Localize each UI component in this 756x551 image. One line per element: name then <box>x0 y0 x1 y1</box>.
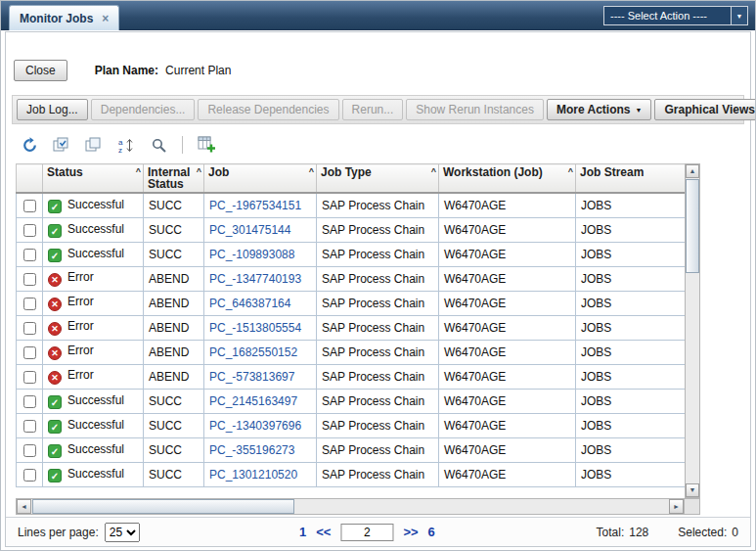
totals: Total: 128 Selected: 0 <box>597 526 738 539</box>
sort-icon[interactable]: az <box>114 133 138 157</box>
job-cell: PC_301475144 <box>204 217 317 242</box>
row-checkbox[interactable] <box>23 395 36 408</box>
job-stream-cell: JOBS <box>576 437 686 462</box>
workstation-cell: W6470AGE <box>439 437 576 462</box>
job-stream-cell: JOBS <box>576 315 686 340</box>
workstation-cell: W6470AGE <box>439 364 576 389</box>
horizontal-scroll-row: ◄ ► <box>16 498 700 515</box>
chevron-down-icon: ▼ <box>731 7 747 24</box>
current-page-input[interactable] <box>340 524 393 541</box>
horizontal-scroll-thumb[interactable] <box>32 499 294 514</box>
job-cell: PC_-573813697 <box>204 364 317 389</box>
close-button[interactable]: Close <box>14 60 67 81</box>
column-header-job-type[interactable]: Job Type^ <box>317 164 439 194</box>
deselect-all-icon[interactable] <box>82 133 106 157</box>
job-stream-cell: JOBS <box>576 242 686 266</box>
job-link[interactable]: PC_-1513805554 <box>209 321 301 335</box>
job-link[interactable]: PC_-109893088 <box>209 248 294 261</box>
status-cell: ✓Successful <box>43 462 144 486</box>
table-row: ✕ErrorABENDPC_-1513805554SAP Process Cha… <box>17 315 686 340</box>
job-link[interactable]: PC_-355196273 <box>209 443 294 457</box>
page-first-link[interactable]: 1 <box>299 525 306 539</box>
job-link[interactable]: PC_2145163497 <box>209 394 297 408</box>
monitor-jobs-window: Monitor Jobs × ---- Select Action ---- ▼… <box>0 0 756 551</box>
row-checkbox[interactable] <box>23 273 36 286</box>
internal-status-cell: ABEND <box>144 266 204 291</box>
action-toolbar: Job Log...Dependencies...Release Depende… <box>12 95 744 124</box>
table-row: ✓SuccessfulSUCCPC_-355196273SAP Process … <box>17 437 686 462</box>
job-type-cell: SAP Process Chain <box>317 315 439 340</box>
column-header-status[interactable]: Status^ <box>43 164 144 194</box>
job-table-body: ✓SuccessfulSUCCPC_-1967534151SAP Process… <box>17 193 686 486</box>
row-checkbox[interactable] <box>23 200 36 212</box>
vertical-scrollbar[interactable]: ▲ ▼ <box>685 163 700 498</box>
table-row: ✓SuccessfulSUCCPC_301475144SAP Process C… <box>17 217 686 242</box>
column-header-job[interactable]: Job^ <box>204 164 317 194</box>
toolbar-button-more-actions[interactable]: More Actions▼ <box>547 99 652 120</box>
toolbar-button-graphical-views[interactable]: Graphical Views▼ <box>654 99 756 120</box>
job-link[interactable]: PC_-1967534151 <box>209 199 301 212</box>
page-prev-link[interactable]: << <box>316 525 331 539</box>
job-link[interactable]: PC_-1347740193 <box>209 272 301 286</box>
horizontal-scrollbar[interactable]: ◄ ► <box>16 498 685 515</box>
total-value: 128 <box>629 526 648 539</box>
toolbar-button-rerun: Rerun... <box>342 99 404 120</box>
success-status-icon: ✓ <box>48 395 62 409</box>
table-plus-icon[interactable] <box>195 133 218 157</box>
job-link[interactable]: PC_301475144 <box>209 223 290 237</box>
select-all-icon[interactable] <box>50 133 73 157</box>
scroll-right-icon[interactable]: ► <box>669 499 684 514</box>
row-select-cell <box>17 364 43 389</box>
select-action-dropdown[interactable]: ---- Select Action ---- ▼ <box>603 6 748 25</box>
table-row: ✕ErrorABENDPC_646387164SAP Process Chain… <box>17 291 686 315</box>
page-next-link[interactable]: >> <box>403 525 418 539</box>
toolbar-button-job-log[interactable]: Job Log... <box>17 99 88 120</box>
job-link[interactable]: PC_646387164 <box>209 297 290 310</box>
refresh-icon[interactable] <box>18 133 41 157</box>
row-checkbox[interactable] <box>23 224 36 237</box>
row-checkbox[interactable] <box>23 249 36 261</box>
job-link[interactable]: PC_-573813697 <box>209 370 294 384</box>
job-stream-cell: JOBS <box>576 413 686 437</box>
page-last-link[interactable]: 6 <box>428 525 435 539</box>
job-cell: PC_-355196273 <box>204 437 317 462</box>
job-type-cell: SAP Process Chain <box>317 193 439 217</box>
column-header-internal-status[interactable]: Internal Status^ <box>144 164 204 194</box>
job-type-cell: SAP Process Chain <box>317 462 439 486</box>
tab-close-icon[interactable]: × <box>102 14 109 23</box>
workstation-cell: W6470AGE <box>439 462 576 486</box>
lines-per-page-select[interactable]: 25 <box>105 523 140 542</box>
row-select-cell <box>17 193 43 217</box>
row-select-cell <box>17 413 43 437</box>
row-checkbox[interactable] <box>23 420 36 433</box>
row-checkbox[interactable] <box>23 346 36 359</box>
status-cell: ✓Successful <box>43 413 144 437</box>
job-cell: PC_-109893088 <box>204 242 317 266</box>
search-icon[interactable] <box>147 133 170 157</box>
row-checkbox[interactable] <box>23 322 36 335</box>
job-type-cell: SAP Process Chain <box>317 389 439 413</box>
row-checkbox[interactable] <box>23 444 36 457</box>
internal-status-cell: SUCC <box>144 389 204 413</box>
table-row: ✕ErrorABENDPC_-573813697SAP Process Chai… <box>17 364 686 389</box>
job-cell: PC_-1967534151 <box>204 193 317 217</box>
select-action-label: ---- Select Action ---- <box>604 7 731 24</box>
vertical-scroll-thumb[interactable] <box>686 179 699 273</box>
column-header-workstation-job[interactable]: Workstation (Job)^ <box>439 164 576 194</box>
sort-caret-icon: ^ <box>568 165 573 177</box>
job-link[interactable]: PC_1682550152 <box>209 345 297 359</box>
job-link[interactable]: PC_1301210520 <box>209 468 297 482</box>
tab-monitor-jobs[interactable]: Monitor Jobs × <box>9 5 119 30</box>
workstation-cell: W6470AGE <box>439 217 576 242</box>
scroll-down-icon[interactable]: ▼ <box>686 483 699 497</box>
job-link[interactable]: PC_-1340397696 <box>209 419 301 433</box>
table-row: ✓SuccessfulSUCCPC_-1340397696SAP Process… <box>17 413 686 437</box>
row-checkbox[interactable] <box>23 371 36 384</box>
workstation-cell: W6470AGE <box>439 413 576 437</box>
success-status-icon: ✓ <box>48 249 62 262</box>
row-checkbox[interactable] <box>23 298 36 310</box>
row-checkbox[interactable] <box>23 469 36 482</box>
row-select-cell <box>17 266 43 291</box>
scroll-up-icon[interactable]: ▲ <box>686 164 699 178</box>
scroll-left-icon[interactable]: ◄ <box>17 499 31 514</box>
